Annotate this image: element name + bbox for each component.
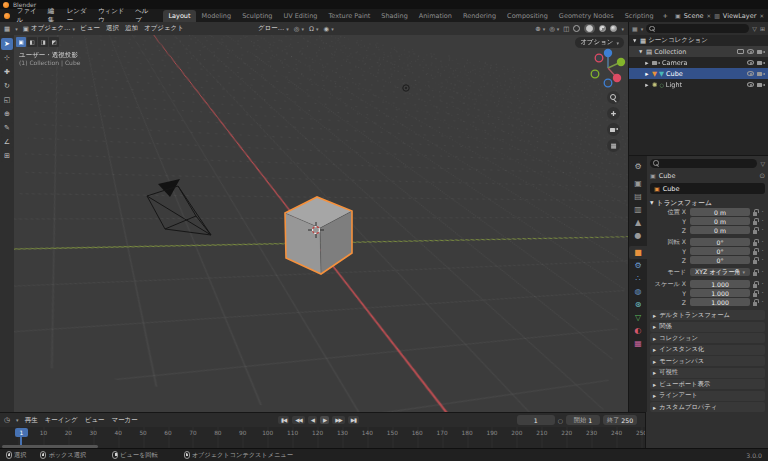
camera-object[interactable] [147,179,211,235]
mode-dropdown[interactable]: オブジェク… [31,24,71,33]
light-object[interactable] [403,85,409,91]
tool-rotate[interactable]: ↻ [1,80,13,92]
render-visibility-icon[interactable] [757,82,765,87]
value-field[interactable]: 0° [690,256,750,264]
properties-tab-physics[interactable]: ◍ [629,285,647,298]
properties-section-0[interactable]: ▸デルタトランスフォーム [650,310,765,320]
value-field[interactable]: 1.000 [690,289,750,297]
timeline-ruler[interactable]: 1 10203040506070809010011012013014015016… [0,427,645,449]
value-field[interactable]: 1.000 [690,280,750,288]
timeline-menu-3[interactable]: マーカー [112,416,138,425]
hide-icon[interactable] [747,71,754,76]
pan-view-button[interactable]: ✚ [607,107,620,120]
properties-tab-world[interactable]: ● [629,229,647,242]
viewport-canvas[interactable]: ▣ ◧ ◨ ◩ オプション▾ ユーザー・透視投影 (1) Collection … [14,35,628,412]
properties-tab-particles[interactable]: ∴ [629,272,647,285]
tool-select-box[interactable]: ➤ [1,38,13,50]
workspace-tab-shading[interactable]: Shading [376,10,412,22]
play-reverse-button[interactable]: ◀ [308,416,317,424]
animate-dot[interactable]: · [760,289,765,297]
lock-icon[interactable] [752,256,758,264]
camera-view-button[interactable] [607,123,620,136]
viewport-menu-3[interactable]: オブジェクト [144,24,184,33]
frame-end-field[interactable]: 終了250 [603,415,637,425]
properties-tab-constraints[interactable]: ⊛ [629,298,647,311]
zoom-view-button[interactable] [607,91,620,104]
select-mode-extend[interactable]: ◧ [27,37,37,47]
value-field[interactable]: 0 m [690,217,750,225]
hide-icon[interactable] [747,60,754,65]
gizmos-dropdown[interactable]: ⊕▾ [535,25,545,33]
auto-keyframe-toggle[interactable]: ○ [558,417,563,424]
workspace-tab-geometry-nodes[interactable]: Geometry Nodes [554,10,619,22]
overlays-dropdown[interactable]: ◎▾ [549,25,559,33]
hide-icon[interactable] [747,49,754,54]
value-field[interactable]: XYZ オイラー角▾ [690,268,750,276]
value-field[interactable]: 0 m [690,226,750,234]
properties-tab-tool[interactable]: ⚙ [629,160,647,173]
animate-dot[interactable]: · [760,217,765,225]
animate-dot[interactable]: · [760,268,765,276]
select-mode-invert[interactable]: ◩ [49,37,59,47]
properties-tab-output[interactable]: ▤ [629,190,647,203]
tool-add-cube[interactable]: ⊞ [1,150,13,162]
properties-tab-material[interactable]: ◐ [629,324,647,337]
timeline-menu-2[interactable]: ビュー [85,416,105,425]
lock-icon[interactable] [752,289,758,297]
lock-icon[interactable] [752,247,758,255]
lock-icon[interactable] [752,226,758,234]
tool-measure[interactable]: ∠ [1,136,13,148]
properties-tab-modifiers[interactable]: ⚙ [629,259,647,272]
navigation-gizmo[interactable] [585,45,628,91]
lock-icon[interactable] [752,208,758,216]
remove-view-layer-button[interactable]: ✕ [759,13,764,19]
workspace-tab-animation[interactable]: Animation [414,10,457,22]
animate-dot[interactable]: · [760,247,765,255]
outliner-row-light[interactable]: ▸ ✺ ○ Light [629,79,768,90]
cube-object[interactable] [285,197,352,274]
jump-to-start-button[interactable]: ▮◀ [278,416,289,424]
snap-toggle[interactable]: Ω▾ [309,25,318,33]
viewport-menu-1[interactable]: 選択 [106,24,119,33]
properties-section-5[interactable]: ▸可視性 [650,368,765,378]
workspace-tab-sculpting[interactable]: Sculpting [237,10,277,22]
prev-keyframe-button[interactable]: ◀◀ [292,416,304,424]
playhead[interactable]: 1 [15,428,28,437]
workspace-tab-uv-editing[interactable]: UV Editing [278,10,322,22]
properties-tab-object-data[interactable]: ▽ [629,311,647,324]
select-mode-new[interactable]: ▣ [16,37,26,47]
timeline-menu-1[interactable]: キーイング [45,416,78,425]
lock-icon[interactable] [752,298,758,306]
workspace-tab-compositing[interactable]: Compositing [502,10,553,22]
unlink-scene-button[interactable]: ✕ [707,13,712,19]
properties-section-4[interactable]: ▸モーションパス [650,356,765,366]
orientation-dropdown[interactable]: グロー…▾ [258,24,289,33]
hide-icon[interactable] [747,82,754,87]
perspective-toggle-button[interactable]: ▦ [607,139,620,152]
properties-tab-scene[interactable]: ▲ [629,216,647,229]
filter-icon[interactable]: ▽ [752,25,757,32]
tool-annotate[interactable]: ✎ [1,122,13,134]
animate-dot[interactable]: · [760,208,765,216]
render-visibility-icon[interactable] [757,60,765,65]
workspace-tab-texture-paint[interactable]: Texture Paint [323,10,375,22]
breadcrumb[interactable]: Cube [659,172,676,180]
tool-transform[interactable]: ⊕ [1,108,13,120]
tool-cursor[interactable]: ⊹ [1,52,13,64]
filter-icon[interactable]: ▽ [760,160,765,167]
play-button[interactable]: ▶ [320,416,329,424]
shading-material-button[interactable] [599,25,606,32]
new-collection-button[interactable]: ⊞ [760,25,765,32]
workspace-tab-layout[interactable]: Layout [163,10,195,22]
exclude-icon[interactable] [737,49,744,54]
scene-selector[interactable]: Scene [684,12,704,20]
properties-section-7[interactable]: ▸ラインアート [650,391,765,401]
editor-type-icon[interactable]: ▦ [4,25,10,33]
outliner-search-input[interactable] [646,24,749,33]
value-field[interactable]: 0 m [690,208,750,216]
proportional-edit-toggle[interactable]: ◉▾ [324,25,334,33]
editor-clock-icon[interactable]: ◷ [4,416,10,424]
shading-rendered-button[interactable] [610,25,617,32]
lock-icon[interactable] [752,280,758,288]
xray-toggle[interactable]: ◫ [563,25,569,33]
